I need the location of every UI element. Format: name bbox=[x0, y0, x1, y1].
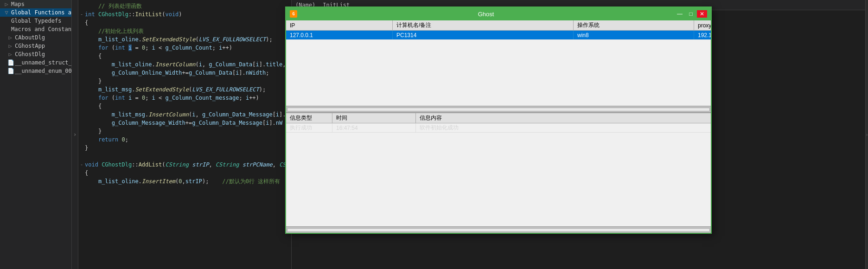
scrollbar-track bbox=[287, 228, 710, 232]
line-text: g_Column_Message_Width+=g_Column_Data_Me… bbox=[85, 119, 291, 127]
line-text bbox=[85, 152, 291, 160]
line-text: } bbox=[85, 77, 291, 85]
line-text: g_Column_Online_Width+=g_Column_Data[i].… bbox=[85, 69, 291, 77]
ghost-icon-text: G bbox=[292, 12, 294, 16]
file-icon: 📄 bbox=[7, 59, 13, 66]
ghost-dialog: G Ghost — □ ✕ IP 计算机名/备注 操作系统 proxy bbox=[285, 6, 712, 234]
line-text: m_list_oline.InsertItem(0,strIP); //默认为0… bbox=[85, 177, 291, 186]
line-text: void CGhostDlg::AddList(CString strIP, C… bbox=[85, 160, 291, 169]
sidebar-item-maps[interactable]: ▷ Maps bbox=[0, 0, 71, 8]
ghost-app-icon: G bbox=[290, 10, 297, 18]
line-text: { bbox=[85, 169, 291, 177]
sidebar-item-label: Global Typedefs bbox=[11, 18, 61, 24]
msg-table-header: 信息类型 时间 信息内容 bbox=[286, 113, 711, 123]
code-line: { bbox=[78, 52, 291, 60]
main-layout: ▷ Maps ▽ Global Functions and Va Global … bbox=[0, 0, 868, 269]
line-text: { bbox=[85, 102, 291, 110]
line-text: m_list_oline.InsertColumn(i, g_Column_Da… bbox=[85, 60, 291, 69]
line-text: } bbox=[85, 144, 291, 152]
line-prefix: - bbox=[78, 160, 85, 169]
maximize-button[interactable]: □ bbox=[686, 10, 696, 18]
sidebar-item-label: CGhostApp bbox=[15, 43, 45, 49]
code-line: m_list_oline.InsertItem(0,strIP); //默认为0… bbox=[78, 177, 291, 186]
sidebar-item-label: CAboutDlg bbox=[15, 34, 45, 41]
code-line: } bbox=[78, 77, 291, 85]
col-header-proxy[interactable]: proxy bbox=[694, 20, 711, 30]
sidebar-item-label: __unnamed_enum_0005_ bbox=[15, 68, 72, 74]
collapse-arrow-icon: › bbox=[73, 131, 77, 138]
line-text: } bbox=[85, 127, 291, 135]
sidebar-item-unnamed-struct[interactable]: 📄 __unnamed_struct_0004_ bbox=[0, 58, 71, 67]
minimize-button[interactable]: — bbox=[675, 10, 685, 18]
code-line: m_list_oline.SetExtendedStyle(LVS_EX_FUL… bbox=[78, 35, 291, 44]
code-line: g_Column_Online_Width+=g_Column_Data[i].… bbox=[78, 69, 291, 77]
ghost-body: IP 计算机名/备注 操作系统 proxy 127.0.0.1 PC1314 w… bbox=[286, 20, 711, 233]
online-cell-proxy: 192.168.1.125:8080 bbox=[694, 31, 711, 39]
msg-cell-time: 16:47:54 bbox=[332, 123, 416, 132]
online-row[interactable]: 127.0.0.1 PC1314 win8 192.168.1.125:8080 bbox=[286, 31, 711, 40]
col-header-content[interactable]: 信息内容 bbox=[416, 113, 711, 123]
code-line: g_Column_Message_Width+=g_Column_Data_Me… bbox=[78, 119, 291, 127]
online-scrollbar-horizontal[interactable] bbox=[286, 106, 711, 112]
col-header-pc[interactable]: 计算机名/备注 bbox=[393, 20, 574, 30]
online-cell-ip: 127.0.0.1 bbox=[286, 31, 393, 39]
expand-icon: ▷ bbox=[7, 43, 13, 49]
code-line: { bbox=[78, 19, 291, 27]
col-header-ip[interactable]: IP bbox=[286, 20, 393, 30]
code-line: //初始化上线列表 bbox=[78, 27, 291, 35]
line-text: { bbox=[85, 52, 291, 60]
sidebar-collapse-button[interactable]: › bbox=[72, 0, 78, 269]
ghost-window-buttons: — □ ✕ bbox=[675, 10, 707, 18]
sidebar-item-cghostdlg[interactable]: ▷ CGhostDlg bbox=[0, 50, 71, 58]
line-text: return 0; bbox=[85, 135, 291, 144]
msg-cell-type: 执行成功 bbox=[286, 123, 332, 132]
col-header-os[interactable]: 操作系统 bbox=[574, 20, 694, 30]
line-text: // 列表处理函数 bbox=[85, 2, 291, 10]
sidebar-item-caboutdlg[interactable]: ▷ CAboutDlg bbox=[0, 33, 71, 42]
ghost-titlebar[interactable]: G Ghost — □ ✕ bbox=[286, 7, 711, 20]
code-line: { bbox=[78, 102, 291, 110]
online-rows: 127.0.0.1 PC1314 win8 192.168.1.125:8080 bbox=[286, 31, 711, 106]
online-table-header: IP 计算机名/备注 操作系统 proxy bbox=[286, 20, 711, 31]
sidebar: ▷ Maps ▽ Global Functions and Va Global … bbox=[0, 0, 72, 269]
scrollbar-track bbox=[287, 108, 710, 111]
code-line: - int CGhostDlg::InitList(void) bbox=[78, 10, 291, 19]
sidebar-item-cghostapp[interactable]: ▷ CGhostApp bbox=[0, 42, 71, 50]
code-line: for (int i = 0; i < g_Column_Count_messa… bbox=[78, 94, 291, 102]
sidebar-item-unnamed-enum[interactable]: 📄 __unnamed_enum_0005_ bbox=[0, 67, 71, 75]
line-text: for (int i = 0; i < g_Column_Count_messa… bbox=[85, 94, 291, 102]
code-content: // 列表处理函数 - int CGhostDlg::InitList(void… bbox=[78, 0, 291, 187]
sidebar-item-global-functions[interactable]: ▽ Global Functions and Va bbox=[0, 8, 71, 17]
col-header-time[interactable]: 时间 bbox=[332, 113, 416, 123]
sidebar-item-label: Macros and Constants bbox=[11, 26, 72, 32]
expand-icon: ▷ bbox=[7, 51, 13, 58]
msg-rows: 执行成功 16:47:54 软件初始化成功 bbox=[286, 123, 711, 226]
close-button[interactable]: ✕ bbox=[697, 10, 707, 18]
sidebar-item-global-typedefs[interactable]: Global Typedefs bbox=[0, 17, 71, 25]
code-line: } bbox=[78, 144, 291, 152]
online-cell-pc: PC1314 bbox=[393, 31, 574, 39]
line-text: m_list_msg.InsertColumn(i, g_Column_Data… bbox=[85, 110, 291, 119]
code-line bbox=[78, 152, 291, 160]
code-editor[interactable]: // 列表处理函数 - int CGhostDlg::InitList(void… bbox=[78, 0, 292, 269]
col-header-type[interactable]: 信息类型 bbox=[286, 113, 332, 123]
ghost-title: Ghost bbox=[300, 11, 672, 18]
code-line: return 0; bbox=[78, 135, 291, 144]
online-list-pane: IP 计算机名/备注 操作系统 proxy 127.0.0.1 PC1314 w… bbox=[286, 20, 711, 113]
msg-row[interactable]: 执行成功 16:47:54 软件初始化成功 bbox=[286, 123, 711, 133]
file-icon: 📄 bbox=[7, 68, 13, 74]
code-line: } bbox=[78, 127, 291, 135]
msg-cell-content: 软件初始化成功 bbox=[416, 123, 711, 132]
line-text: m_list_msg.SetExtendedStyle(LVS_EX_FULLR… bbox=[85, 85, 291, 94]
sidebar-item-label: Global Functions and Va bbox=[11, 9, 72, 16]
sidebar-item-macros[interactable]: Macros and Constants bbox=[0, 25, 71, 33]
line-text: m_list_oline.SetExtendedStyle(LVS_EX_FUL… bbox=[85, 35, 291, 44]
msg-scrollbar-horizontal[interactable] bbox=[286, 226, 711, 233]
line-prefix: - bbox=[78, 10, 85, 19]
code-line: // 列表处理函数 bbox=[78, 2, 291, 10]
expand-icon: ▽ bbox=[4, 9, 9, 16]
msg-list-pane: 信息类型 时间 信息内容 执行成功 16:47:54 软件初始化成功 bbox=[286, 113, 711, 233]
sidebar-item-label: __unnamed_struct_0004_ bbox=[15, 59, 72, 66]
sidebar-item-label: Maps bbox=[11, 1, 25, 7]
code-line: { bbox=[78, 169, 291, 177]
